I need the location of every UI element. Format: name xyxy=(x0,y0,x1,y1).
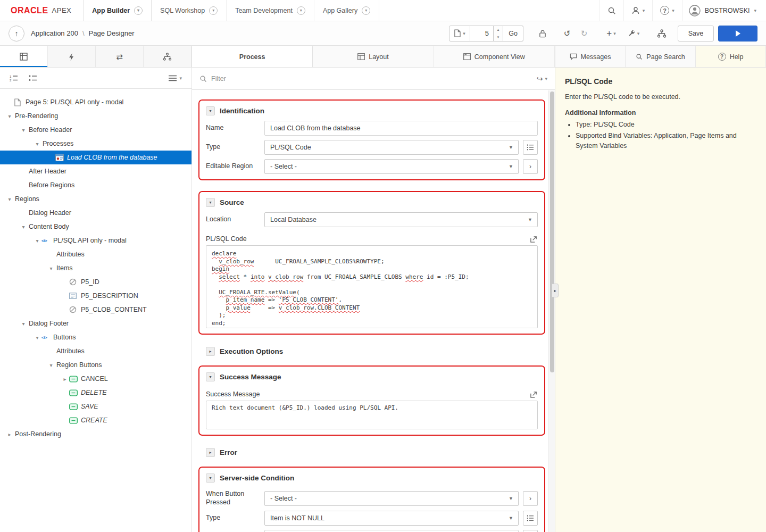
tree-menu-button[interactable]: ▾ xyxy=(169,75,185,81)
open-code-editor-icon[interactable] xyxy=(530,390,538,398)
condition-item-input[interactable] xyxy=(264,530,519,532)
tree-item[interactable]: Attributes xyxy=(0,247,192,261)
tab-layout[interactable]: Layout xyxy=(313,46,434,67)
chevron-down-icon[interactable]: ▾ xyxy=(297,6,305,15)
tree-collapse-icon[interactable]: ▾ xyxy=(5,196,14,202)
tree-item[interactable]: ▾Regions xyxy=(0,192,192,206)
tree-expand-icon[interactable]: ▸ xyxy=(61,376,69,382)
tab-process[interactable]: Process xyxy=(192,46,313,67)
page-lock-button[interactable] xyxy=(534,26,551,41)
expand-section-icon[interactable]: ▸ xyxy=(206,448,215,457)
tree-item[interactable]: Page 5: PL/SQL API only - modal xyxy=(0,95,192,109)
tree-item[interactable]: P5_CLOB_CONTENT xyxy=(0,303,192,317)
success-message-section-header[interactable]: ▾ Success Message xyxy=(206,371,538,383)
collapse-section-icon[interactable]: ▾ xyxy=(206,198,215,207)
tree-collapse-icon[interactable]: ▾ xyxy=(19,224,28,230)
nav-sql-workshop[interactable]: SQL Workshop ▾ xyxy=(152,0,227,21)
tree-item[interactable]: ▾Dialog Footer xyxy=(0,317,192,330)
tree-item[interactable]: Before Regions xyxy=(0,178,192,192)
chevron-down-icon[interactable]: ▾ xyxy=(134,6,143,15)
tab-messages[interactable]: Messages xyxy=(555,46,626,67)
save-and-run-button[interactable] xyxy=(718,26,757,41)
user-menu-button[interactable]: BOSTROWSKI ▾ xyxy=(682,0,766,21)
condition-type-list-button[interactable] xyxy=(523,511,538,526)
tab-page-search[interactable]: Page Search xyxy=(626,46,696,67)
tree-collapse-icon[interactable]: ▾ xyxy=(33,335,41,340)
collapse-section-icon[interactable]: ▾ xyxy=(206,473,215,483)
tab-shared-components[interactable] xyxy=(144,46,192,67)
tree-collapse-icon[interactable]: ▾ xyxy=(33,238,41,244)
tree-collapse-icon[interactable]: ▾ xyxy=(33,141,41,147)
tree-item[interactable]: DELETE xyxy=(0,386,192,400)
tree-item[interactable]: ▾Processes xyxy=(0,137,192,151)
tree-item[interactable]: Load CLOB from the database xyxy=(0,151,192,164)
tab-component-view[interactable]: Component View xyxy=(434,46,555,67)
when-button-pressed-select[interactable]: - Select - ▼ xyxy=(264,491,519,506)
collapse-section-icon[interactable]: ▾ xyxy=(206,106,215,115)
tree-collapse-icon[interactable]: ▾ xyxy=(19,321,28,327)
nav-app-builder[interactable]: App Builder ▾ xyxy=(83,0,152,21)
server-side-condition-header[interactable]: ▾ Server-side Condition xyxy=(206,472,538,484)
tree-list-view-button[interactable] xyxy=(26,71,40,85)
tree-item[interactable]: Attributes xyxy=(0,344,192,358)
tree-item[interactable]: P5_ID xyxy=(0,275,192,289)
undo-button[interactable]: ↺ xyxy=(559,26,576,41)
breadcrumb-application[interactable]: Application 200 xyxy=(31,29,78,37)
location-select[interactable]: Local Database ▼ xyxy=(264,212,538,227)
when-button-go-button[interactable]: › xyxy=(523,491,538,506)
tree-item[interactable]: ▸Post-Rendering xyxy=(0,427,192,441)
help-menu-button[interactable]: ? ▾ xyxy=(652,0,682,21)
tree-item[interactable]: ▾Items xyxy=(0,261,192,275)
go-to-menu-button[interactable]: ↪ ▾ xyxy=(537,74,547,83)
process-name-input[interactable] xyxy=(264,121,538,136)
nav-team-development[interactable]: Team Development ▾ xyxy=(227,0,314,21)
tree-item[interactable]: ▾Region Buttons xyxy=(0,358,192,372)
chevron-down-icon[interactable]: ▾ xyxy=(362,6,370,15)
error-section-header[interactable]: ▸ Error xyxy=(206,446,545,458)
condition-type-select[interactable]: Item is NOT NULL ▼ xyxy=(264,511,519,526)
tree-item[interactable]: ▾</>PL/SQL API only - modal xyxy=(0,234,192,247)
scrollbar-thumb[interactable] xyxy=(550,92,554,372)
shared-components-button[interactable] xyxy=(653,26,670,41)
save-button[interactable]: Save xyxy=(678,26,714,41)
execution-options-header[interactable]: ▸ Execution Options xyxy=(206,345,545,357)
vertical-scrollbar[interactable] xyxy=(548,90,555,532)
tree-item[interactable]: After Header xyxy=(0,164,192,178)
open-code-editor-icon[interactable] xyxy=(530,235,538,243)
chevron-down-icon[interactable]: ▾ xyxy=(209,6,218,15)
condition-item-list-button[interactable] xyxy=(523,530,538,532)
step-up-icon[interactable]: ▲ xyxy=(494,26,503,34)
editable-region-select[interactable]: - Select - ▼ xyxy=(264,159,519,174)
tree-collapse-icon[interactable]: ▾ xyxy=(19,127,28,133)
tree-item[interactable]: ▾Before Header xyxy=(0,123,192,137)
tree-item[interactable]: ▾Content Body xyxy=(0,220,192,234)
create-menu-button[interactable]: + ▾ xyxy=(600,26,622,41)
tree-item[interactable]: P5_DESCRIPTION xyxy=(0,289,192,303)
tree-item[interactable]: Dialog Header xyxy=(0,206,192,220)
type-list-of-values-button[interactable] xyxy=(523,140,538,155)
plsql-code-editor[interactable]: declare v_clob_row UC_FROALA_SAMPLE_CLOB… xyxy=(206,245,538,328)
go-to-application-button[interactable]: ↑ xyxy=(9,26,24,41)
tab-dynamic-actions[interactable] xyxy=(48,46,96,67)
utilities-menu-button[interactable]: ▾ xyxy=(622,26,645,41)
tree-item[interactable]: CREATE xyxy=(0,413,192,427)
administration-menu-button[interactable]: ▾ xyxy=(623,0,653,21)
go-button[interactable]: Go xyxy=(503,26,523,41)
page-number-stepper[interactable]: ▲ ▼ xyxy=(494,26,503,41)
tree-item[interactable]: SAVE xyxy=(0,400,192,413)
editable-region-go-button[interactable]: › xyxy=(523,159,538,174)
nav-app-gallery[interactable]: App Gallery ▾ xyxy=(314,0,379,21)
tree-item[interactable]: ▸CANCEL xyxy=(0,372,192,386)
redo-button[interactable]: ↻ xyxy=(576,26,593,41)
tree-collapse-icon[interactable]: ▾ xyxy=(47,265,55,271)
process-type-select[interactable]: PL/SQL Code ▼ xyxy=(264,140,519,155)
page-number-input[interactable] xyxy=(470,26,494,41)
tab-rendering[interactable] xyxy=(0,46,48,67)
source-section-header[interactable]: ▾ Source xyxy=(206,196,538,208)
page-finder-button[interactable]: ▾ xyxy=(449,26,470,41)
tree-collapse-icon[interactable]: ▾ xyxy=(47,362,55,368)
tree-item[interactable]: ▾</>Buttons xyxy=(0,330,192,344)
filter-input[interactable] xyxy=(211,75,532,82)
tree-collapse-icon[interactable]: ▾ xyxy=(5,113,14,119)
collapse-section-icon[interactable]: ▾ xyxy=(206,372,215,381)
